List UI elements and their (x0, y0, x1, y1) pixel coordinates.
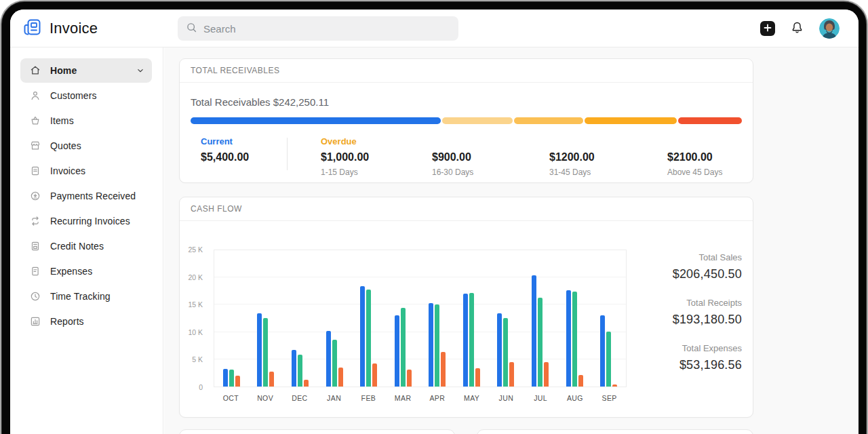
card-header: TOTAL RECEIVABLES (180, 59, 753, 83)
bar-group-may (454, 250, 489, 387)
x-tick-label: FEB (351, 394, 386, 402)
bar-group-apr (420, 250, 454, 387)
receivables-body: Total Receivables $242,250.11 Current $5… (180, 83, 753, 180)
sidebar-item-label: Customers (50, 90, 97, 101)
add-button[interactable] (760, 21, 775, 36)
x-tick-label: JAN (317, 394, 351, 402)
bar-group-dec (283, 250, 317, 387)
bar-sales-apr (429, 303, 433, 387)
sidebar-item-credit-notes[interactable]: Credit Notes (20, 234, 152, 258)
x-tick-label: JUL (524, 394, 558, 402)
card-title: TOTAL RECEIVABLES (191, 66, 279, 75)
overdue-period-4: Above 45 Days (667, 167, 722, 177)
partial-card-left (179, 429, 455, 434)
invoices-icon (29, 165, 41, 177)
quotes-icon (29, 140, 41, 152)
customers-icon (29, 90, 41, 102)
bar-group-oct (214, 250, 249, 387)
overdue-column-3: $1200.00 31-45 Days (549, 136, 595, 177)
current-amount: $5,400.00 (201, 151, 249, 163)
bar-expenses-nov (269, 372, 274, 387)
bar-expenses-jul (544, 362, 549, 387)
current-column: Current $5,400.00 (201, 136, 249, 163)
bar-sales-may (463, 294, 468, 387)
notifications-button[interactable] (790, 20, 804, 37)
bar-expenses-jan (338, 368, 343, 387)
sidebar-item-items[interactable]: Items (20, 108, 152, 133)
reports-icon (29, 315, 41, 328)
overdue-period-1: 1-15 Days (321, 167, 369, 177)
receivables-breakdown: Current $5,400.00 Overdue $1,000.00 1-15… (191, 136, 742, 180)
bar-sales-jun (497, 313, 502, 387)
total-receipts-label: Total Receipts (627, 298, 742, 308)
y-tick-label: 20 K (188, 273, 203, 281)
progress-segment-current (191, 117, 441, 124)
bar-sales-nov (257, 313, 262, 387)
overdue-amount-2: $900.00 (432, 151, 473, 163)
y-tick-label: 10 K (188, 328, 203, 336)
sidebar-item-invoices[interactable]: Invoices (20, 159, 152, 183)
expenses-icon (29, 265, 41, 277)
total-expenses-value: $53,196.56 (627, 358, 742, 372)
time-tracking-icon (29, 290, 41, 302)
notifications-icon (790, 20, 804, 37)
bar-receipts-apr (435, 304, 439, 387)
bar-expenses-oct (235, 376, 240, 387)
bar-sales-sep (600, 315, 605, 387)
bar-expenses-sep (612, 384, 617, 387)
user-avatar[interactable] (819, 18, 840, 39)
app-logo: Invoice (10, 18, 165, 39)
invoice-logo-icon (22, 18, 43, 39)
overdue-label: Overdue (321, 136, 369, 147)
sidebar-item-reports[interactable]: Reports (20, 309, 152, 334)
cash-flow-body: 25 K20 K15 K10 K5 K0 OCTNOVDECJANFEBMARA… (180, 221, 753, 418)
x-tick-label: OCT (214, 394, 248, 402)
bar-expenses-feb (372, 363, 377, 387)
sidebar-item-expenses[interactable]: Expenses (20, 259, 152, 283)
bar-group-jan (317, 250, 352, 387)
x-axis-labels: OCTNOVDECJANFEBMARAPRMAYJUNJULAUGSEP (214, 394, 627, 402)
bar-groups (214, 250, 626, 387)
sidebar-item-label: Invoices (50, 165, 85, 176)
bar-sales-oct (223, 369, 228, 387)
bar-sales-feb (360, 286, 365, 387)
sidebar-item-label: Home (50, 65, 77, 76)
y-tick-label: 25 K (188, 245, 203, 254)
bar-expenses-mar (407, 370, 412, 387)
credit-notes-icon (29, 240, 41, 252)
bar-receipts-dec (298, 355, 302, 387)
main-content: TOTAL RECEIVABLES Total Receivables $242… (164, 47, 859, 434)
bar-group-feb (351, 250, 386, 387)
search-icon (186, 22, 197, 36)
sidebar-item-label: Quotes (50, 140, 81, 151)
receivables-progress-bar (191, 117, 742, 124)
sidebar-item-home[interactable]: Home (20, 58, 152, 83)
x-tick-label: MAR (386, 394, 420, 402)
bar-expenses-may (475, 368, 480, 387)
payments-received-icon (29, 190, 41, 202)
overdue-column-2: $900.00 16-30 Days (432, 136, 473, 177)
cash-flow-totals: Total Sales $206,450.50 Total Receipts $… (627, 252, 742, 389)
progress-segment-overdue-above-45 (678, 117, 742, 124)
sidebar-item-customers[interactable]: Customers (20, 83, 152, 108)
sidebar-item-label: Time Tracking (50, 291, 111, 302)
search-bar[interactable] (178, 16, 458, 41)
overdue-period-3: 31-45 Days (549, 167, 595, 177)
sidebar-item-recurring-invoices[interactable]: Recurring Invoices (20, 209, 152, 233)
sidebar-item-quotes[interactable]: Quotes (20, 134, 152, 158)
bar-receipts-jul (538, 298, 542, 387)
sidebar-item-payments-received[interactable]: Payments Received (20, 184, 152, 208)
bar-receipts-may (469, 293, 474, 387)
topbar: Invoice (10, 9, 859, 47)
bar-sales-jan (326, 331, 331, 387)
bar-group-jul (523, 250, 557, 387)
x-tick-label: DEC (283, 394, 317, 402)
total-sales-label: Total Sales (627, 252, 742, 262)
topbar-actions (760, 9, 840, 47)
sidebar-item-time-tracking[interactable]: Time Tracking (20, 284, 152, 309)
total-sales-block: Total Sales $206,450.50 (627, 252, 742, 281)
search-input[interactable] (203, 23, 450, 35)
bar-receipts-mar (401, 308, 406, 387)
bar-group-sep (591, 250, 626, 387)
sidebar: HomeCustomersItemsQuotesInvoicesPayments… (10, 47, 163, 434)
